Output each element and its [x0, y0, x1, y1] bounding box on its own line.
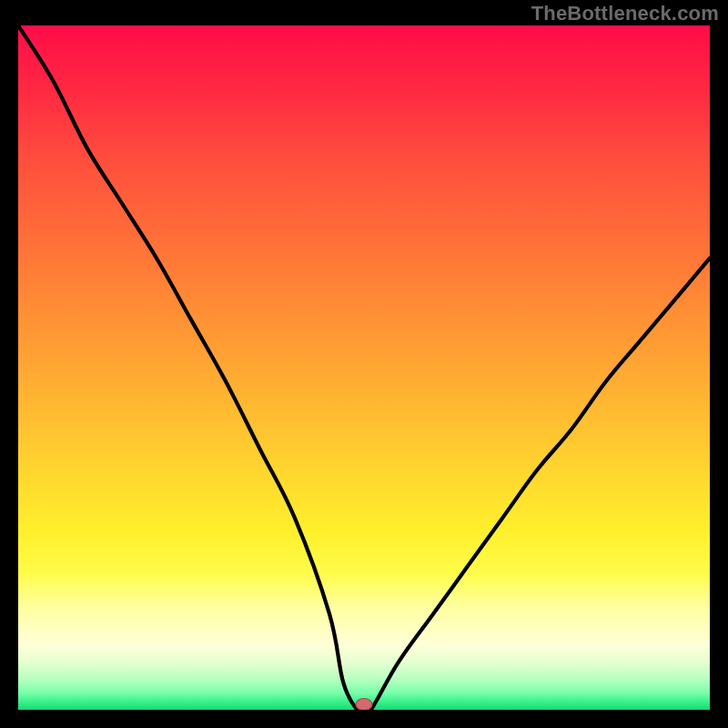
chart-svg [18, 25, 710, 710]
watermark-text: TheBottleneck.com [531, 2, 719, 25]
optimal-marker-icon [356, 699, 372, 711]
gradient-background [18, 25, 710, 710]
chart-frame: TheBottleneck.com [0, 0, 728, 728]
chart-plot-area [18, 25, 710, 710]
